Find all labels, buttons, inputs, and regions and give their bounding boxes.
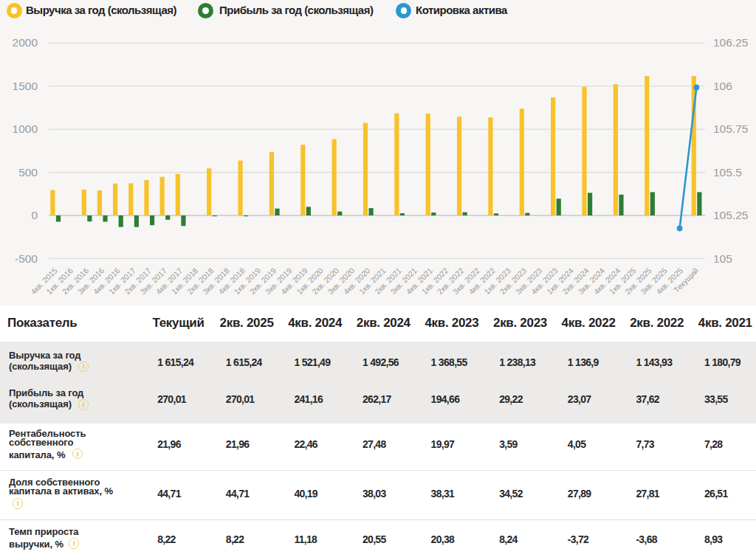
svg-text:-500: -500 xyxy=(15,252,38,265)
svg-text:105: 105 xyxy=(713,252,732,265)
svg-text:1500: 1500 xyxy=(13,80,38,92)
svg-text:106.25: 106.25 xyxy=(713,36,748,49)
svg-text:105.25: 105.25 xyxy=(713,209,748,221)
svg-text:500: 500 xyxy=(18,166,38,179)
svg-text:106: 106 xyxy=(713,80,732,92)
svg-text:0: 0 xyxy=(31,209,38,221)
svg-text:1000: 1000 xyxy=(13,122,38,135)
svg-text:105.75: 105.75 xyxy=(713,122,748,135)
svg-text:2000: 2000 xyxy=(13,36,38,49)
svg-text:105.5: 105.5 xyxy=(713,166,742,179)
